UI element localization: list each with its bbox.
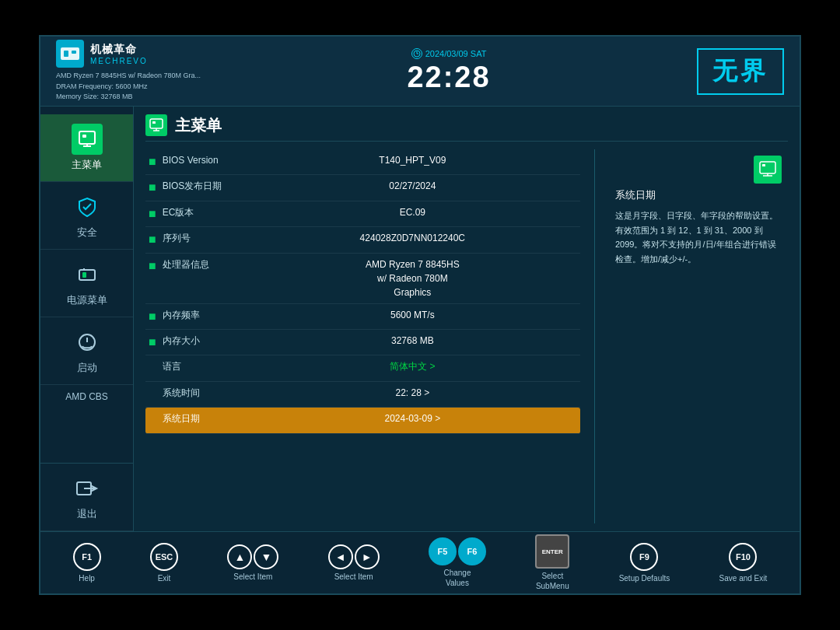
table-row: ■ 内存大小 32768 MB [145, 330, 580, 355]
f10-key-wrap: F10 [729, 543, 757, 571]
bullet: ■ [149, 334, 156, 351]
sidebar-item-power[interactable]: 电源菜单 [40, 250, 133, 317]
table-row: ■ 序列号 424028Z0D7NN012240C [145, 227, 580, 253]
svg-rect-1 [64, 51, 68, 57]
row-key: EC版本 [163, 205, 248, 219]
row-value: 简体中文 > [248, 359, 577, 373]
f1-key[interactable]: F1 [73, 543, 101, 571]
enter-label: SelectSubMenu [536, 571, 569, 591]
row-key: 内存频率 [163, 308, 248, 322]
f1-key-wrap: F1 [73, 543, 101, 571]
table-row-highlighted[interactable]: ■ 系统日期 2024-03-09 > [145, 408, 580, 433]
enter-key[interactable]: ENTER [535, 534, 569, 569]
brand-text: 机械革命 MECHREVO [90, 43, 148, 65]
f5f6-key-wrap: F5 F6 [429, 537, 486, 565]
wujie-logo: 无界 [697, 48, 784, 95]
row-key: 处理器信息 [163, 257, 248, 271]
header-left: 机械革命 MECHREVO AMD Ryzen 7 8845HS w/ Rade… [56, 40, 201, 103]
updown-key-wrap: ▲ ▼ [227, 544, 278, 569]
row-value: 02/27/2024 [248, 179, 577, 193]
row-key: 内存大小 [163, 334, 248, 348]
sidebar-item-main[interactable]: 主菜单 [40, 114, 133, 182]
esc-key[interactable]: ESC [150, 543, 178, 571]
vertical-divider [594, 149, 595, 523]
leftright-label: Select Item [334, 572, 373, 582]
brand-english: MECHREVO [90, 57, 148, 65]
right-arrow-key[interactable]: ► [355, 544, 380, 569]
sidebar-item-boot[interactable]: 启动 [40, 317, 133, 385]
footer-f1: F1 Help [73, 543, 101, 583]
row-value: 22: 28 > [248, 386, 577, 400]
main-area: 主菜单 安全 电源菜单 [40, 107, 800, 531]
bullet: ■ [149, 231, 156, 248]
security-icon [72, 191, 103, 222]
sys-line1: AMD Ryzen 7 8845HS w/ Radeon 780M Gra... [56, 71, 201, 82]
f6-key[interactable]: F6 [458, 537, 486, 565]
row-value: 2024-03-09 > [248, 411, 577, 425]
header-center: 2024/03/09 SAT 22:28 [407, 48, 490, 94]
sidebar-exit-label: 退出 [77, 507, 97, 521]
footer-f5f6: F5 F6 ChangeValues [429, 537, 486, 588]
clock-icon [411, 48, 422, 59]
help-icon [754, 156, 782, 184]
info-table: ■ BIOS Version T140_HPT_V09 ■ BIOS发布日期 0… [145, 149, 580, 523]
system-info: AMD Ryzen 7 8845HS w/ Radeon 780M Gra...… [56, 71, 201, 103]
brand-icon [56, 40, 84, 68]
up-arrow-key[interactable]: ▲ [227, 544, 252, 569]
f5f6-label: ChangeValues [443, 568, 471, 588]
table-row: ■ EC版本 EC.09 [145, 201, 580, 227]
header-right: 无界 [697, 48, 784, 95]
esc-label: Exit [158, 573, 171, 583]
sidebar-item-exit[interactable]: 退出 [40, 464, 133, 531]
table-row[interactable]: ■ 系统时间 22: 28 > [145, 382, 580, 408]
content-area: 主菜单 ■ BIOS Version T140_HPT_V09 ■ BIOS发布… [134, 107, 800, 531]
table-row: ■ 处理器信息 AMD Ryzen 7 8845HSw/ Radeon 780M… [145, 254, 580, 304]
power-menu-icon [72, 259, 103, 290]
row-value: 424028Z0D7NN012240C [248, 231, 577, 245]
svg-rect-11 [82, 272, 86, 278]
footer-updown: ▲ ▼ Select Item [227, 544, 278, 582]
main-menu-icon [72, 124, 103, 155]
bullet: ■ [149, 153, 156, 170]
leftright-key-wrap: ◄ ► [328, 544, 380, 569]
footer: F1 Help ESC Exit ▲ ▼ Select Item ◄ ► Sel… [40, 531, 800, 593]
sidebar-item-security[interactable]: 安全 [40, 182, 133, 250]
footer-enter: ENTER SelectSubMenu [535, 534, 569, 591]
f10-key[interactable]: F10 [729, 543, 757, 571]
f5-key[interactable]: F5 [429, 537, 457, 565]
help-description: 这是月字段、日字段、年字段的帮助设置。有效范围为 1 到 12、1 到 31、2… [615, 208, 782, 267]
row-value: EC.09 [248, 205, 577, 219]
row-key: BIOS Version [163, 153, 248, 167]
sidebar: 主菜单 安全 电源菜单 [40, 107, 134, 531]
bios-screen: 机械革命 MECHREVO AMD Ryzen 7 8845HS w/ Rade… [39, 35, 801, 595]
brand-chinese: 机械革命 [90, 43, 148, 57]
bullet: ■ [149, 179, 156, 196]
sys-line2: DRAM Frequency: 5600 MHz [56, 82, 201, 93]
f9-label: Setup Defaults [619, 573, 670, 583]
datetime-top: 2024/03/09 SAT [407, 48, 490, 59]
boot-icon [72, 327, 103, 358]
bullet: ■ [149, 308, 156, 325]
f9-key[interactable]: F9 [630, 543, 658, 571]
svg-rect-24 [762, 164, 765, 166]
f9-key-wrap: F9 [630, 543, 658, 571]
help-icon-wrap [615, 156, 782, 184]
help-title: 系统日期 [615, 188, 782, 202]
row-value: 32768 MB [248, 334, 577, 348]
row-value: T140_HPT_V09 [248, 153, 577, 167]
svg-rect-9 [82, 135, 86, 138]
sidebar-boot-label: 启动 [77, 361, 97, 375]
table-row[interactable]: ■ 语言 简体中文 > [145, 355, 580, 381]
f1-label: Help [79, 573, 95, 583]
down-arrow-key[interactable]: ▼ [254, 544, 278, 569]
table-row: ■ BIOS Version T140_HPT_V09 [145, 149, 580, 175]
row-value: AMD Ryzen 7 8845HSw/ Radeon 780MGraphics [248, 257, 577, 299]
row-key: 系统日期 [163, 411, 248, 425]
left-arrow-key[interactable]: ◄ [328, 544, 353, 569]
content-title: 主菜单 [145, 114, 788, 142]
sidebar-bottom: 退出 [40, 463, 133, 531]
content-body: ■ BIOS Version T140_HPT_V09 ■ BIOS发布日期 0… [145, 149, 788, 523]
brand-logo: 机械革命 MECHREVO [56, 40, 201, 68]
row-key: BIOS发布日期 [163, 179, 248, 193]
content-title-icon [145, 114, 167, 136]
